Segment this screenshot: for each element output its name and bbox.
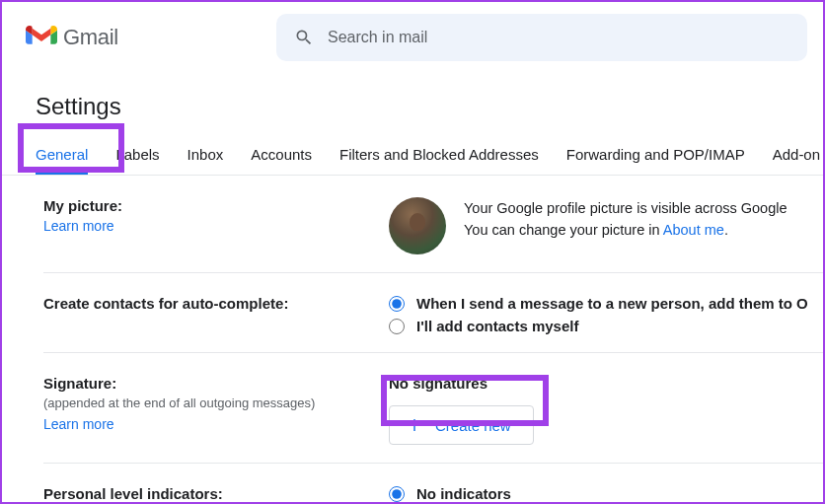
contacts-opt-auto[interactable]: When I send a message to a new person, a…: [389, 295, 808, 312]
section-signature: Signature: (appended at the end of all o…: [43, 353, 823, 464]
about-me-link[interactable]: About me: [663, 222, 724, 238]
contacts-radio-manual[interactable]: [389, 319, 405, 334]
picture-desc-line1: Your Google profile picture is visible a…: [464, 200, 788, 216]
indicators-opt-none[interactable]: No indicators: [389, 485, 804, 502]
create-new-button[interactable]: Create new: [389, 405, 534, 445]
search-input[interactable]: [328, 29, 789, 46]
signature-title: Signature:: [43, 375, 389, 392]
picture-desc-line2: You can change your picture in: [464, 222, 663, 238]
app-name: Gmail: [63, 25, 118, 50]
indicators-radio-none[interactable]: [389, 486, 405, 502]
section-my-picture: My picture: Learn more Your Google profi…: [43, 176, 823, 273]
tab-filters[interactable]: Filters and Blocked Addresses: [326, 136, 553, 175]
indicators-title: Personal level indicators:: [43, 485, 389, 502]
tab-addons[interactable]: Add-on: [759, 136, 825, 175]
picture-description: Your Google profile picture is visible a…: [464, 197, 788, 254]
my-picture-learn-more[interactable]: Learn more: [43, 218, 389, 234]
contacts-title: Create contacts for auto-complete:: [43, 295, 389, 312]
tab-accounts[interactable]: Accounts: [237, 136, 326, 175]
signature-status: No signatures: [389, 375, 534, 392]
gmail-icon: [26, 26, 57, 49]
contacts-radio-auto[interactable]: [389, 296, 405, 312]
my-picture-title: My picture:: [43, 197, 389, 214]
tab-general[interactable]: General: [22, 136, 102, 175]
section-indicators: Personal level indicators: No indicators…: [43, 464, 823, 504]
tab-labels[interactable]: Labels: [102, 136, 173, 175]
settings-tabs: General Labels Inbox Accounts Filters an…: [2, 136, 823, 176]
section-create-contacts: Create contacts for auto-complete: When …: [43, 273, 823, 353]
contacts-opt-manual[interactable]: I'll add contacts myself: [389, 318, 808, 334]
avatar[interactable]: [389, 197, 446, 254]
plus-icon: [406, 416, 423, 434]
search-icon: [294, 28, 314, 47]
tab-inbox[interactable]: Inbox: [174, 136, 238, 175]
tab-forwarding[interactable]: Forwarding and POP/IMAP: [553, 136, 759, 175]
gmail-logo-wrap[interactable]: Gmail: [26, 25, 118, 50]
search-bar[interactable]: [276, 14, 807, 61]
signature-learn-more[interactable]: Learn more: [43, 416, 389, 432]
page-title: Settings: [2, 79, 823, 136]
signature-sub: (appended at the end of all outgoing mes…: [43, 396, 389, 410]
